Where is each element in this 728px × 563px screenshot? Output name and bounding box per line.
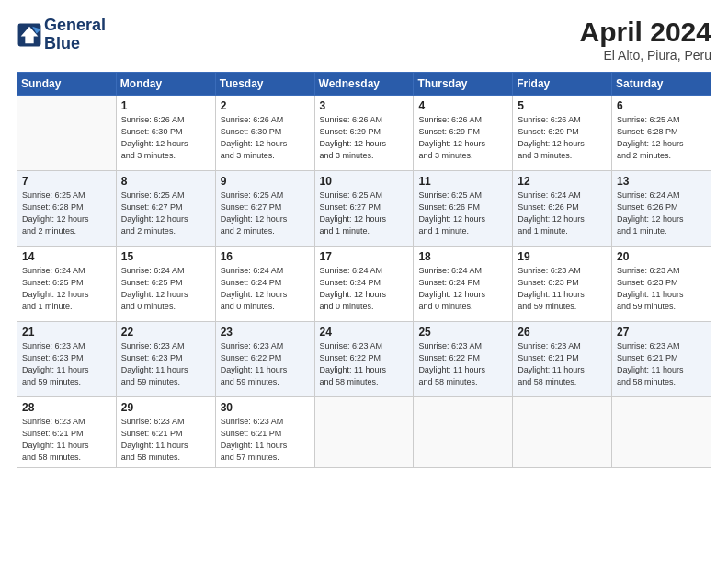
table-row: 28Sunrise: 6:23 AMSunset: 6:21 PMDayligh… [17,397,117,468]
table-row: 11Sunrise: 6:25 AMSunset: 6:26 PMDayligh… [414,171,513,247]
table-row [314,397,414,468]
col-sunday: Sunday [17,73,117,96]
table-row: 7Sunrise: 6:25 AMSunset: 6:28 PMDaylight… [17,171,117,247]
col-tuesday: Tuesday [215,73,314,96]
logo-text: General Blue [44,17,106,53]
day-info: Sunrise: 6:25 AMSunset: 6:27 PMDaylight:… [121,190,210,237]
table-row: 12Sunrise: 6:24 AMSunset: 6:26 PMDayligh… [513,171,612,247]
day-number: 21 [22,326,111,339]
day-number: 6 [617,99,706,112]
day-info: Sunrise: 6:23 AMSunset: 6:21 PMDaylight:… [221,416,310,464]
day-number: 25 [418,326,507,339]
day-info: Sunrise: 6:24 AMSunset: 6:24 PMDaylight:… [320,265,409,313]
table-row: 15Sunrise: 6:24 AMSunset: 6:25 PMDayligh… [116,247,215,322]
day-number: 12 [518,175,607,188]
day-number: 3 [320,99,409,112]
calendar-week-row: 7Sunrise: 6:25 AMSunset: 6:28 PMDaylight… [17,171,711,247]
table-row: 26Sunrise: 6:23 AMSunset: 6:21 PMDayligh… [513,322,612,397]
table-row: 17Sunrise: 6:24 AMSunset: 6:24 PMDayligh… [314,247,414,322]
day-number: 24 [320,326,409,339]
table-row: 27Sunrise: 6:23 AMSunset: 6:21 PMDayligh… [612,322,711,397]
table-row: 19Sunrise: 6:23 AMSunset: 6:23 PMDayligh… [513,247,612,322]
table-row: 24Sunrise: 6:23 AMSunset: 6:22 PMDayligh… [314,322,414,397]
day-number: 18 [418,250,507,263]
day-info: Sunrise: 6:25 AMSunset: 6:28 PMDaylight:… [617,114,706,162]
table-row: 3Sunrise: 6:26 AMSunset: 6:29 PMDaylight… [314,96,414,171]
table-row [513,397,612,468]
day-number: 4 [418,99,507,112]
col-monday: Monday [116,73,215,96]
day-number: 26 [518,326,607,339]
table-row: 13Sunrise: 6:24 AMSunset: 6:26 PMDayligh… [612,171,711,247]
day-info: Sunrise: 6:23 AMSunset: 6:22 PMDaylight:… [221,340,310,388]
location: El Alto, Piura, Peru [580,48,711,63]
day-info: Sunrise: 6:25 AMSunset: 6:28 PMDaylight:… [22,190,111,237]
day-number: 15 [121,250,210,263]
day-info: Sunrise: 6:26 AMSunset: 6:29 PMDaylight:… [518,114,607,162]
table-row: 22Sunrise: 6:23 AMSunset: 6:23 PMDayligh… [116,322,215,397]
table-row: 29Sunrise: 6:23 AMSunset: 6:21 PMDayligh… [116,397,215,468]
calendar-week-row: 14Sunrise: 6:24 AMSunset: 6:25 PMDayligh… [17,247,711,322]
col-saturday: Saturday [612,73,711,96]
table-row: 5Sunrise: 6:26 AMSunset: 6:29 PMDaylight… [513,96,612,171]
day-info: Sunrise: 6:26 AMSunset: 6:29 PMDaylight:… [418,114,507,162]
day-number: 20 [617,250,706,263]
title-block: April 2024 El Alto, Piura, Peru [580,17,711,63]
day-info: Sunrise: 6:25 AMSunset: 6:26 PMDaylight:… [418,190,507,237]
day-number: 14 [22,250,111,263]
table-row: 16Sunrise: 6:24 AMSunset: 6:24 PMDayligh… [215,247,314,322]
day-info: Sunrise: 6:25 AMSunset: 6:27 PMDaylight:… [320,190,409,237]
table-row: 14Sunrise: 6:24 AMSunset: 6:25 PMDayligh… [17,247,117,322]
day-info: Sunrise: 6:26 AMSunset: 6:30 PMDaylight:… [121,114,210,162]
calendar-table: Sunday Monday Tuesday Wednesday Thursday… [17,72,711,468]
table-row: 21Sunrise: 6:23 AMSunset: 6:23 PMDayligh… [17,322,117,397]
header: General Blue April 2024 El Alto, Piura, … [17,17,711,63]
day-number: 16 [221,250,310,263]
table-row: 18Sunrise: 6:24 AMSunset: 6:24 PMDayligh… [414,247,513,322]
table-row [17,96,117,171]
day-info: Sunrise: 6:24 AMSunset: 6:26 PMDaylight:… [518,190,607,237]
table-row [612,397,711,468]
day-number: 27 [617,326,706,339]
day-info: Sunrise: 6:23 AMSunset: 6:21 PMDaylight:… [617,340,706,388]
day-info: Sunrise: 6:23 AMSunset: 6:23 PMDaylight:… [617,265,706,313]
day-number: 2 [221,99,310,112]
table-row: 8Sunrise: 6:25 AMSunset: 6:27 PMDaylight… [116,171,215,247]
table-row: 30Sunrise: 6:23 AMSunset: 6:21 PMDayligh… [215,397,314,468]
day-number: 19 [518,250,607,263]
day-info: Sunrise: 6:26 AMSunset: 6:29 PMDaylight:… [320,114,409,162]
day-number: 11 [418,175,507,188]
day-info: Sunrise: 6:23 AMSunset: 6:22 PMDaylight:… [320,340,409,388]
month-year: April 2024 [580,17,711,48]
day-number: 13 [617,175,706,188]
calendar-header-row: Sunday Monday Tuesday Wednesday Thursday… [17,73,711,96]
table-row: 25Sunrise: 6:23 AMSunset: 6:22 PMDayligh… [414,322,513,397]
logo: General Blue [17,17,106,53]
day-number: 29 [121,401,210,414]
table-row: 9Sunrise: 6:25 AMSunset: 6:27 PMDaylight… [215,171,314,247]
col-wednesday: Wednesday [314,73,414,96]
day-number: 1 [121,99,210,112]
day-info: Sunrise: 6:24 AMSunset: 6:24 PMDaylight:… [418,265,507,313]
day-number: 23 [221,326,310,339]
table-row: 2Sunrise: 6:26 AMSunset: 6:30 PMDaylight… [215,96,314,171]
day-number: 10 [320,175,409,188]
day-info: Sunrise: 6:23 AMSunset: 6:21 PMDaylight:… [518,340,607,388]
day-info: Sunrise: 6:24 AMSunset: 6:25 PMDaylight:… [22,265,111,313]
day-info: Sunrise: 6:24 AMSunset: 6:24 PMDaylight:… [221,265,310,313]
calendar-week-row: 1Sunrise: 6:26 AMSunset: 6:30 PMDaylight… [17,96,711,171]
table-row: 6Sunrise: 6:25 AMSunset: 6:28 PMDaylight… [612,96,711,171]
day-info: Sunrise: 6:23 AMSunset: 6:22 PMDaylight:… [418,340,507,388]
day-number: 7 [22,175,111,188]
day-info: Sunrise: 6:23 AMSunset: 6:23 PMDaylight:… [121,340,210,388]
day-number: 5 [518,99,607,112]
day-info: Sunrise: 6:24 AMSunset: 6:26 PMDaylight:… [617,190,706,237]
day-info: Sunrise: 6:24 AMSunset: 6:25 PMDaylight:… [121,265,210,313]
day-info: Sunrise: 6:23 AMSunset: 6:21 PMDaylight:… [121,416,210,464]
day-number: 9 [221,175,310,188]
day-info: Sunrise: 6:23 AMSunset: 6:21 PMDaylight:… [22,416,111,464]
col-thursday: Thursday [414,73,513,96]
day-info: Sunrise: 6:25 AMSunset: 6:27 PMDaylight:… [221,190,310,237]
col-friday: Friday [513,73,612,96]
day-number: 17 [320,250,409,263]
